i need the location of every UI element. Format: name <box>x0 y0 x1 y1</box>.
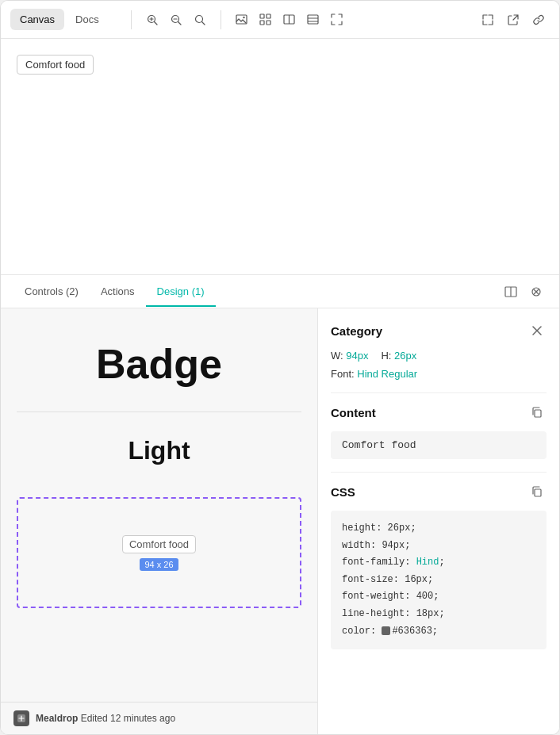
tab-design[interactable]: Design (1) <box>146 278 216 307</box>
toolbar-divider-2 <box>221 10 221 29</box>
tab-docs[interactable]: Docs <box>66 9 109 30</box>
list-icon[interactable] <box>302 9 324 31</box>
css-lineheight-line: line-height: 18px; <box>342 606 535 623</box>
close-panel-icon[interactable] <box>526 281 547 302</box>
css-width-line: width: 94px; <box>342 538 535 555</box>
tab-actions[interactable]: Actions <box>90 278 146 307</box>
svg-rect-11 <box>260 14 264 18</box>
split-view-icon[interactable] <box>501 281 521 302</box>
content-area: Badge Light Comfort food 94 x 26 <box>1 308 559 734</box>
zoom-fit-icon[interactable] <box>189 9 211 31</box>
svg-rect-17 <box>308 15 318 24</box>
bottom-bar: Mealdrop Edited 12 minutes ago <box>1 702 317 734</box>
category-section-header: Category <box>331 321 547 340</box>
color-swatch <box>382 626 390 635</box>
mealdrop-icon <box>13 710 29 726</box>
copy-css-button[interactable] <box>527 482 547 501</box>
svg-rect-12 <box>267 14 270 18</box>
divider-2 <box>331 472 547 473</box>
bottom-section: Controls (2) Actions Design (1) <box>1 274 559 734</box>
left-panel: Badge Light Comfort food 94 x 26 <box>1 308 318 734</box>
preview-section: Badge Light Comfort food 94 x 26 <box>1 308 317 702</box>
grid-icon[interactable] <box>255 9 277 31</box>
css-box: height: 26px; width: 94px; font-family: … <box>331 511 547 649</box>
toolbar-divider-1 <box>131 10 132 29</box>
svg-rect-28 <box>535 410 541 417</box>
height-meta: H: 26px <box>381 350 416 362</box>
top-tab-group: Canvas Docs <box>10 9 109 30</box>
svg-point-10 <box>244 17 245 18</box>
css-section-header: CSS <box>331 482 547 501</box>
font-row: Font: Hind Regular <box>331 368 547 380</box>
divider-1 <box>331 392 547 393</box>
svg-rect-13 <box>260 21 264 25</box>
bottom-bar-text: Mealdrop Edited 12 minutes ago <box>36 713 175 724</box>
svg-rect-29 <box>535 489 541 496</box>
copy-content-button[interactable] <box>527 403 547 422</box>
tab-canvas[interactable]: Canvas <box>10 9 64 30</box>
svg-line-8 <box>201 21 205 25</box>
fullscreen-icon[interactable] <box>326 9 348 31</box>
css-fontsize-line: font-size: 16px; <box>342 572 535 589</box>
top-right-icons <box>477 9 550 31</box>
width-meta: W: 94px <box>331 350 368 362</box>
zoom-out-icon[interactable] <box>165 9 187 31</box>
bottom-tabs-bar: Controls (2) Actions Design (1) <box>1 275 559 308</box>
css-title: CSS <box>331 485 355 499</box>
section-divider <box>17 412 301 412</box>
zoom-in-icon[interactable] <box>141 9 163 31</box>
right-panel: Category W: 94px H: 26px Font: Hind Regu… <box>318 308 559 734</box>
badge-component: Comfort food <box>122 535 196 553</box>
link-icon[interactable] <box>527 9 550 31</box>
css-fontweight-line: font-weight: 400; <box>342 588 535 606</box>
content-value: Comfort food <box>331 431 547 459</box>
image-icon[interactable] <box>231 9 253 31</box>
category-title: Category <box>331 324 382 338</box>
svg-line-1 <box>154 21 157 25</box>
dashed-preview-container: Comfort food 94 x 26 <box>17 497 301 608</box>
meta-row: W: 94px H: 26px <box>331 350 547 362</box>
expand-icon[interactable] <box>477 9 499 31</box>
css-height-line: height: 26px; <box>342 520 535 538</box>
canvas-area: Comfort food <box>1 39 559 274</box>
layout-icon[interactable] <box>278 9 301 31</box>
content-section-header: Content <box>331 403 547 422</box>
css-fontfamily-line: font-family: Hind; <box>342 554 535 572</box>
content-title: Content <box>331 406 376 419</box>
css-color-line: color: #636363; <box>342 623 535 641</box>
tab-controls[interactable]: Controls (2) <box>13 278 90 307</box>
top-bar: Canvas Docs <box>1 1 559 39</box>
light-title: Light <box>128 436 190 465</box>
svg-line-5 <box>178 21 181 25</box>
toolbar-zoom-icons <box>141 9 211 31</box>
external-link-icon[interactable] <box>502 9 524 31</box>
close-category-button[interactable] <box>527 321 547 340</box>
svg-rect-14 <box>267 21 270 25</box>
badge-title: Badge <box>96 340 222 388</box>
size-label: 94 x 26 <box>140 558 178 571</box>
canvas-component-label: Comfort food <box>17 55 94 75</box>
tabs-right-icons <box>501 281 547 302</box>
toolbar-view-icons <box>231 9 348 31</box>
